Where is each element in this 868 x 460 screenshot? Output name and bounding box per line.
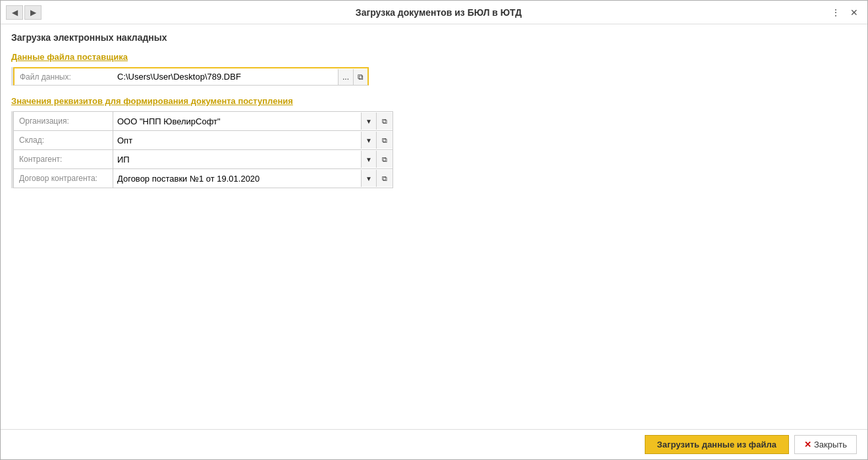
counterparty-row: Контрагент: ▼ ⧉ <box>13 149 393 168</box>
warehouse-label: Склад: <box>14 133 113 147</box>
contract-label: Договор контрагента: <box>14 171 113 186</box>
warehouse-dropdown-button[interactable]: ▼ <box>361 132 376 149</box>
requisites-section-header[interactable]: Значения реквизитов для формирования док… <box>11 96 857 106</box>
content-area: Загрузка электронных накладных Данные фа… <box>1 24 867 429</box>
warehouse-control: ▼ ⧉ <box>113 131 393 149</box>
file-data-row: Файл данных: ... ⧉ <box>13 67 369 86</box>
contract-dropdown-button[interactable]: ▼ <box>361 170 376 187</box>
open-file-button[interactable]: ⧉ <box>353 69 367 85</box>
contract-input[interactable] <box>113 172 361 186</box>
close-window-button[interactable]: ✕ <box>846 5 862 20</box>
more-button[interactable]: ⋮ <box>828 5 844 20</box>
forward-button[interactable]: ▶ <box>24 5 41 20</box>
counterparty-label: Контрагент: <box>14 152 113 166</box>
browse-button[interactable]: ... <box>338 69 353 85</box>
close-button[interactable]: ✕ Закрыть <box>794 435 857 454</box>
counterparty-input[interactable] <box>113 153 361 166</box>
counterparty-dropdown-button[interactable]: ▼ <box>361 151 376 168</box>
close-label: Закрыть <box>814 440 847 449</box>
footer: Загрузить данные из файла ✕ Закрыть <box>1 429 867 459</box>
requisites-fields: Организация: ▼ ⧉ Склад: ▼ ⧉ <box>11 111 393 188</box>
supplier-section-header[interactable]: Данные файла поставщика <box>11 52 857 62</box>
counterparty-open-button[interactable]: ⧉ <box>376 151 393 168</box>
warehouse-open-button[interactable]: ⧉ <box>376 132 393 149</box>
back-button[interactable]: ◀ <box>6 5 23 20</box>
organization-row: Организация: ▼ ⧉ <box>13 111 393 130</box>
window-controls: ⋮ ✕ <box>828 5 862 20</box>
contract-open-button[interactable]: ⧉ <box>376 170 393 187</box>
contract-control: ▼ ⧉ <box>113 169 393 188</box>
main-window: ◀ ▶ Загрузка документов из БЮЛ в ЮТД ⋮ ✕… <box>0 0 868 460</box>
page-title: Загрузка электронных накладных <box>11 32 857 43</box>
organization-input[interactable] <box>113 115 361 128</box>
file-label: Файл данных: <box>14 70 113 84</box>
organization-control: ▼ ⧉ <box>113 112 393 130</box>
close-x-icon: ✕ <box>804 440 811 449</box>
requisites-section: Значения реквизитов для формирования док… <box>11 96 857 188</box>
counterparty-control: ▼ ⧉ <box>113 150 393 168</box>
window-title: Загрузка документов из БЮЛ в ЮТД <box>49 7 828 18</box>
contract-row: Договор контрагента: ▼ ⧉ <box>13 168 393 188</box>
titlebar: ◀ ▶ Загрузка документов из БЮЛ в ЮТД ⋮ ✕ <box>1 1 867 24</box>
organization-dropdown-button[interactable]: ▼ <box>361 113 376 130</box>
load-data-button[interactable]: Загрузить данные из файла <box>645 435 789 454</box>
organization-label: Организация: <box>14 114 113 128</box>
nav-buttons: ◀ ▶ <box>6 5 41 20</box>
organization-open-button[interactable]: ⧉ <box>376 113 393 130</box>
file-input[interactable] <box>113 70 338 84</box>
warehouse-row: Склад: ▼ ⧉ <box>13 130 393 149</box>
warehouse-input[interactable] <box>113 134 361 147</box>
supplier-section-body: Файл данных: ... ⧉ <box>11 67 857 86</box>
supplier-section: Данные файла поставщика Файл данных: ...… <box>11 52 857 86</box>
